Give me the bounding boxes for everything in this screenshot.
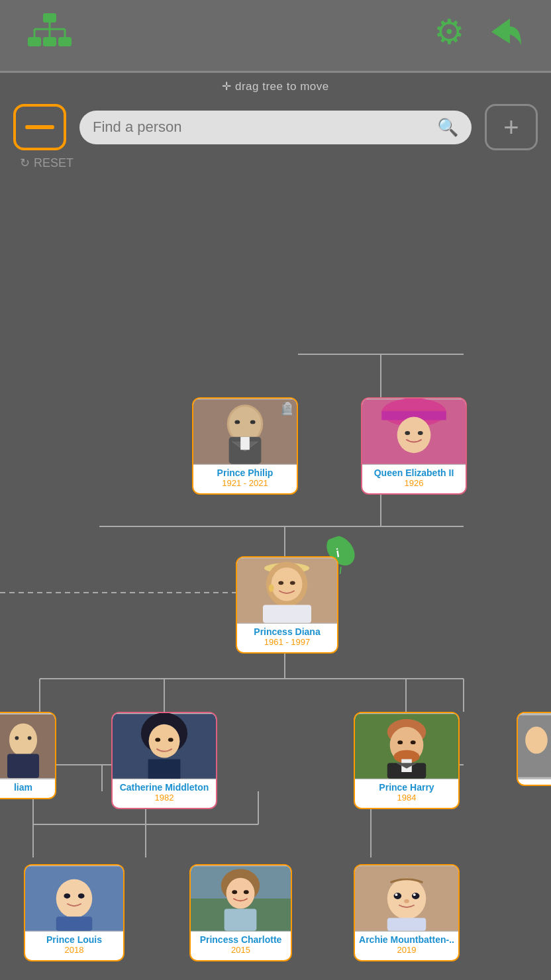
svg-point-92 xyxy=(412,893,420,899)
svg-point-90 xyxy=(387,878,426,919)
person-card-archie[interactable]: Archie Mountbatten-.. 2019 xyxy=(354,864,460,961)
add-person-button[interactable]: + xyxy=(485,104,538,150)
svg-line-47 xyxy=(338,567,343,574)
search-icon[interactable]: 🔍 xyxy=(437,117,458,138)
prince-louis-years: 2018 xyxy=(25,945,123,955)
collapse-button[interactable] xyxy=(13,104,66,150)
prince-philip-years: 1921 - 2021 xyxy=(193,478,297,488)
queen-elizabeth-name: Queen Elizabeth II xyxy=(362,467,466,478)
deceased-icon: 🪦 xyxy=(279,401,294,416)
princess-diana-years: 1961 - 1997 xyxy=(237,637,337,647)
prince-philip-name: Prince Philip xyxy=(193,467,297,478)
svg-point-60 xyxy=(28,736,32,740)
svg-rect-0 xyxy=(43,13,56,23)
princess-diana-name: Princess Diana xyxy=(237,626,337,637)
archie-name: Archie Mountbatten-.. xyxy=(355,934,458,945)
drag-hint: ✛ drag tree to move xyxy=(0,73,551,97)
svg-point-65 xyxy=(168,738,174,742)
settings-icon[interactable]: ⚙ xyxy=(434,12,465,60)
reset-row: ↻ RESET xyxy=(0,150,551,175)
princess-charlotte-years: 2015 xyxy=(191,945,291,955)
svg-rect-38 xyxy=(240,437,250,450)
svg-point-64 xyxy=(155,738,160,742)
svg-point-37 xyxy=(250,420,256,424)
svg-point-54 xyxy=(269,584,274,592)
svg-point-42 xyxy=(397,417,431,454)
collapse-icon xyxy=(25,125,54,129)
svg-point-51 xyxy=(272,567,303,601)
prince-louis-photo xyxy=(25,865,123,932)
prince-william-photo xyxy=(0,713,55,779)
svg-rect-55 xyxy=(263,605,311,622)
share-icon[interactable] xyxy=(485,12,525,60)
catherine-years: 1982 xyxy=(113,793,216,803)
controls-row: 🔍 + xyxy=(0,97,551,150)
prince-harry-photo xyxy=(355,713,458,779)
svg-point-52 xyxy=(278,581,283,585)
tree-icon[interactable] xyxy=(26,12,73,60)
person-card-prince-louis[interactable]: Prince Louis 2018 xyxy=(24,864,125,961)
svg-point-57 xyxy=(9,723,37,756)
svg-rect-66 xyxy=(148,760,181,779)
person-card-mystery-right[interactable] xyxy=(517,712,551,786)
svg-point-79 xyxy=(64,893,70,899)
person-card-prince-harry[interactable]: Prince Harry 1984 xyxy=(354,712,460,809)
toolbar-right: ⚙ xyxy=(434,12,525,60)
person-card-prince-philip[interactable]: 🪦 Prince Philip 1921 - 2021 xyxy=(192,397,298,495)
svg-point-76 xyxy=(525,726,548,754)
svg-point-72 xyxy=(411,740,416,744)
svg-point-44 xyxy=(418,431,423,435)
prince-harry-years: 1984 xyxy=(355,793,458,803)
svg-point-93 xyxy=(395,893,397,896)
reset-button[interactable]: ↻ RESET xyxy=(20,156,74,170)
archie-photo xyxy=(355,865,458,932)
svg-point-91 xyxy=(394,893,402,899)
princess-diana-photo xyxy=(237,558,337,624)
queen-elizabeth-photo xyxy=(362,399,466,465)
svg-point-34 xyxy=(229,407,262,442)
prince-louis-name: Prince Louis xyxy=(25,934,123,945)
svg-point-95 xyxy=(404,899,409,903)
search-input[interactable] xyxy=(93,119,430,136)
svg-rect-58 xyxy=(7,754,39,778)
tree-container: 🪦 Prince Philip 1921 - 2021 Queen Elizab… xyxy=(0,175,551,980)
prince-william-name: liam xyxy=(0,782,55,793)
person-card-queen-elizabeth[interactable]: Queen Elizabeth II 1926 xyxy=(361,397,467,495)
svg-point-53 xyxy=(290,581,295,585)
svg-rect-96 xyxy=(387,918,426,931)
svg-point-63 xyxy=(149,724,180,758)
princess-charlotte-name: Princess Charlotte xyxy=(191,934,291,945)
svg-rect-1 xyxy=(28,37,41,46)
person-card-catherine[interactable]: Catherine Middleton 1982 xyxy=(111,712,217,809)
svg-rect-88 xyxy=(225,909,257,931)
reset-label: RESET xyxy=(34,156,74,170)
svg-point-86 xyxy=(232,890,237,894)
svg-point-94 xyxy=(413,893,416,896)
svg-point-87 xyxy=(244,890,249,894)
search-bar[interactable]: 🔍 xyxy=(79,111,472,144)
add-icon: + xyxy=(503,113,519,142)
svg-point-59 xyxy=(15,736,19,740)
person-card-princess-diana[interactable]: Princess Diana 1961 - 1997 xyxy=(236,556,338,654)
person-card-prince-william[interactable]: liam xyxy=(0,712,56,799)
svg-point-80 xyxy=(78,893,85,899)
toolbar: ⚙ xyxy=(0,0,551,73)
svg-rect-3 xyxy=(58,37,72,46)
prince-harry-name: Prince Harry xyxy=(355,782,458,793)
reset-icon: ↻ xyxy=(20,156,30,170)
svg-rect-2 xyxy=(43,37,56,46)
archie-years: 2019 xyxy=(355,945,458,955)
svg-point-85 xyxy=(226,878,255,909)
svg-rect-81 xyxy=(56,916,93,930)
queen-elizabeth-years: 1926 xyxy=(362,478,466,488)
person-card-princess-charlotte[interactable]: Princess Charlotte 2015 xyxy=(189,864,292,961)
catherine-photo xyxy=(113,713,216,779)
mystery-photo xyxy=(518,713,551,779)
princess-charlotte-photo xyxy=(191,865,291,932)
catherine-name: Catherine Middleton xyxy=(113,782,216,793)
svg-point-71 xyxy=(397,740,403,744)
svg-point-36 xyxy=(234,420,240,424)
svg-point-43 xyxy=(405,431,410,435)
svg-point-78 xyxy=(56,879,93,918)
